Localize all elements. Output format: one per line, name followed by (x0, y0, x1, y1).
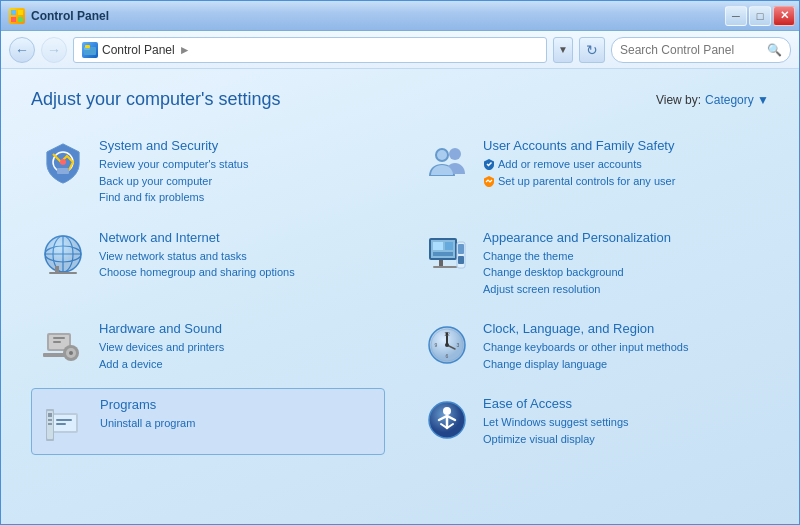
ease-link-1[interactable]: Let Windows suggest settings (483, 414, 761, 431)
svg-rect-26 (439, 260, 443, 266)
svg-rect-55 (56, 419, 72, 421)
network-link-1[interactable]: View network status and tasks (99, 248, 377, 265)
ease-link-2[interactable]: Optimize visual display (483, 431, 761, 448)
category-programs[interactable]: Programs Uninstall a program (31, 388, 385, 455)
category-hardware[interactable]: Hardware and Sound View devices and prin… (31, 313, 385, 380)
network-link-2[interactable]: Choose homegroup and sharing options (99, 264, 377, 281)
hardware-link-1[interactable]: View devices and printers (99, 339, 377, 356)
minimize-button[interactable]: ─ (725, 6, 747, 26)
svg-rect-24 (445, 242, 453, 250)
svg-rect-52 (48, 413, 52, 417)
network-icon (39, 230, 87, 278)
appearance-link-3[interactable]: Adjust screen resolution (483, 281, 761, 298)
svg-point-58 (443, 407, 451, 415)
svg-rect-56 (56, 423, 66, 425)
programs-text: Programs Uninstall a program (100, 397, 376, 432)
appearance-link-1[interactable]: Change the theme (483, 248, 761, 265)
close-button[interactable]: ✕ (773, 6, 795, 26)
parental-icon (483, 175, 495, 187)
svg-point-35 (69, 351, 73, 355)
svg-text:3: 3 (457, 342, 460, 348)
svg-rect-6 (85, 45, 90, 48)
breadcrumb-icon (82, 42, 98, 58)
ease-text: Ease of Access Let Windows suggest setti… (483, 396, 761, 447)
system-link-1[interactable]: Review your computer's status (99, 156, 377, 173)
window-icon (9, 8, 25, 24)
category-system[interactable]: System and Security Review your computer… (31, 130, 385, 214)
category-network[interactable]: Network and Internet View network status… (31, 222, 385, 306)
svg-rect-38 (43, 353, 65, 357)
main-window: Control Panel ─ □ ✕ ← → Control Panel ► … (0, 0, 800, 525)
clock-link-2[interactable]: Change display language (483, 356, 761, 373)
system-icon (39, 138, 87, 186)
appearance-text: Appearance and Personalization Change th… (483, 230, 761, 298)
svg-rect-1 (18, 10, 23, 15)
system-name[interactable]: System and Security (99, 138, 377, 153)
svg-rect-25 (433, 252, 453, 256)
svg-rect-0 (11, 10, 16, 15)
main-content: Adjust your computer's settings View by:… (1, 69, 799, 524)
system-link-2[interactable]: Back up your computer (99, 173, 377, 190)
category-ease[interactable]: Ease of Access Let Windows suggest setti… (415, 388, 769, 455)
window-controls: ─ □ ✕ (725, 6, 795, 26)
svg-rect-54 (48, 423, 52, 425)
title-bar-left: Control Panel (9, 8, 109, 24)
hardware-text: Hardware and Sound View devices and prin… (99, 321, 377, 372)
page-title: Adjust your computer's settings (31, 89, 281, 110)
ease-name[interactable]: Ease of Access (483, 396, 761, 411)
system-text: System and Security Review your computer… (99, 138, 377, 206)
search-bar: 🔍 (611, 37, 791, 63)
viewby-value[interactable]: Category ▼ (705, 93, 769, 107)
svg-rect-30 (458, 256, 464, 264)
programs-link-1[interactable]: Uninstall a program (100, 415, 376, 432)
clock-text: Clock, Language, and Region Change keybo… (483, 321, 761, 372)
appearance-link-2[interactable]: Change desktop background (483, 264, 761, 281)
svg-rect-36 (53, 337, 65, 339)
user-accounts-name[interactable]: User Accounts and Family Safety (483, 138, 761, 153)
clock-name[interactable]: Clock, Language, and Region (483, 321, 761, 336)
svg-rect-29 (458, 244, 464, 254)
svg-point-11 (449, 148, 461, 160)
viewby-label: View by: (656, 93, 701, 107)
clock-link-1[interactable]: Change keyboards or other input methods (483, 339, 761, 356)
ease-icon (423, 396, 471, 444)
network-text: Network and Internet View network status… (99, 230, 377, 281)
svg-rect-3 (18, 17, 23, 22)
svg-rect-53 (48, 419, 52, 421)
hardware-name[interactable]: Hardware and Sound (99, 321, 377, 336)
clock-icon: 12 6 9 3 (423, 321, 471, 369)
refresh-button[interactable]: ↻ (579, 37, 605, 63)
category-appearance[interactable]: Appearance and Personalization Change th… (415, 222, 769, 306)
address-dropdown[interactable]: ▼ (553, 37, 573, 63)
svg-point-12 (437, 150, 447, 160)
shield-small-icon (483, 158, 495, 170)
user-accounts-icon (423, 138, 471, 186)
forward-button[interactable]: → (41, 37, 67, 63)
svg-text:12: 12 (444, 331, 450, 337)
user-link-2[interactable]: Set up parental controls for any user (498, 173, 675, 190)
maximize-button[interactable]: □ (749, 6, 771, 26)
svg-point-43 (445, 343, 449, 347)
programs-icon (40, 397, 88, 445)
breadcrumb[interactable]: Control Panel ► (73, 37, 547, 63)
svg-rect-37 (53, 341, 61, 343)
svg-rect-19 (55, 266, 59, 272)
system-link-3[interactable]: Find and fix problems (99, 189, 377, 206)
appearance-name[interactable]: Appearance and Personalization (483, 230, 761, 245)
address-bar: ← → Control Panel ► ▼ ↻ 🔍 (1, 31, 799, 69)
search-input[interactable] (620, 43, 763, 57)
search-icon[interactable]: 🔍 (767, 43, 782, 57)
page-header: Adjust your computer's settings View by:… (31, 89, 769, 110)
user-link-1[interactable]: Add or remove user accounts (498, 156, 642, 173)
back-button[interactable]: ← (9, 37, 35, 63)
title-text: Control Panel (31, 9, 109, 23)
programs-name[interactable]: Programs (100, 397, 376, 412)
svg-point-18 (45, 236, 81, 272)
hardware-link-2[interactable]: Add a device (99, 356, 377, 373)
category-clock[interactable]: 12 6 9 3 Clock, Language, and Regio (415, 313, 769, 380)
appearance-icon (423, 230, 471, 278)
network-name[interactable]: Network and Internet (99, 230, 377, 245)
view-by: View by: Category ▼ (656, 93, 769, 107)
svg-rect-20 (49, 272, 77, 274)
category-user-accounts[interactable]: User Accounts and Family Safety Add or r… (415, 130, 769, 214)
